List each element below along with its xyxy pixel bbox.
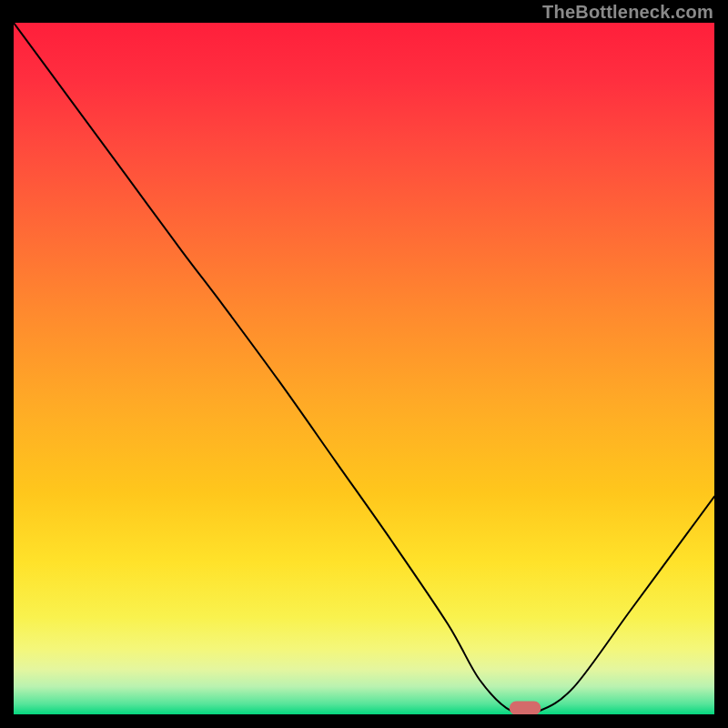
optimal-marker — [510, 702, 541, 714]
plot-area — [14, 23, 714, 714]
watermark-text: TheBottleneck.com — [542, 2, 713, 23]
gradient-background — [14, 23, 714, 714]
chart-svg — [14, 23, 714, 714]
chart-frame: TheBottleneck.com — [0, 0, 728, 728]
